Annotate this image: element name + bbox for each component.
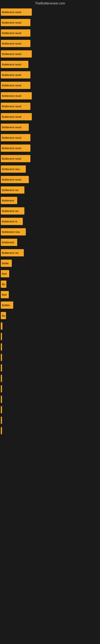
bar-label: Bottleneck res <box>2 251 18 254</box>
result-bar: Bottleneck <box>1 239 17 246</box>
bar-row <box>0 342 100 352</box>
bar-label: Bottleneck re <box>2 220 17 223</box>
bar-row <box>0 404 100 415</box>
result-bar: Bottleneck resu <box>1 166 26 173</box>
result-bar: Bottleneck result <box>1 71 30 78</box>
bar-label: Bottleneck result <box>2 11 21 14</box>
bar-row: Bottleneck <box>0 195 100 206</box>
bar-label: Bo <box>2 314 5 317</box>
result-bar <box>1 406 2 413</box>
result-bar: Bott <box>1 270 9 277</box>
bar-row <box>0 426 100 436</box>
bar-label: Bottleneck result <box>2 84 21 87</box>
bar-row: Bottleneck result <box>0 122 100 132</box>
bar-row: Bo <box>0 310 100 321</box>
result-bar: Bottleneck result <box>1 30 30 37</box>
result-bar: Bottleneck result <box>1 134 30 141</box>
result-bar <box>1 396 2 403</box>
bar-row: Bottleneck result <box>0 70 100 80</box>
bar-row: Bottleneck <box>0 237 100 248</box>
result-bar: Bo <box>1 312 6 319</box>
bar-label: Bottleneck resu <box>2 168 20 171</box>
bar-label: Bottleneck result <box>2 147 21 150</box>
bar-label: Bottleneck result <box>2 63 21 66</box>
bar-label: Bottleneck result <box>2 136 21 139</box>
bar-row: Bottleneck result <box>0 90 100 101</box>
bar-label: Bottleneck result <box>2 52 21 56</box>
result-bar: Bottleneck result <box>1 176 29 183</box>
bar-label: Bottleneck result <box>2 105 21 108</box>
bar-row: Bottleneck res <box>0 185 100 195</box>
bar-row: Bottle <box>0 258 100 268</box>
bar-row <box>0 384 100 394</box>
bar-label: Bottleneck result <box>2 42 21 45</box>
bar-row: Bottleneck result <box>0 153 100 164</box>
bar-label: Bottleneck result <box>2 32 21 34</box>
result-bar: Bottleneck result <box>1 61 28 68</box>
bar-row <box>0 321 100 331</box>
result-bar: Bottleneck res <box>1 207 24 214</box>
bar-row: Bottleneck res <box>0 206 100 216</box>
bar-label: Bottleneck res <box>2 210 18 212</box>
bar-row: Bottleneck result <box>0 7 100 17</box>
result-bar <box>1 343 2 350</box>
bar-row: Bott <box>0 268 100 279</box>
result-bar: Bottleneck result <box>1 82 30 89</box>
result-bar <box>1 333 2 340</box>
result-bar <box>1 427 2 434</box>
result-bar: Bottlen <box>1 302 13 309</box>
result-bar: Bottleneck result <box>1 50 32 58</box>
bar-row: Bottleneck result <box>0 17 100 28</box>
bar-label: Bottleneck result <box>2 94 21 98</box>
bar-label: Bott <box>2 293 7 296</box>
bar-row: Bottleneck resu <box>0 226 100 237</box>
bar-row: Bottleneck result <box>0 38 100 49</box>
site-title: TheBottlenecker.com <box>0 0 100 7</box>
result-bar <box>1 375 2 382</box>
bar-label: Bottleneck result <box>2 126 21 129</box>
bar-row: Bottleneck result <box>0 132 100 143</box>
result-bar: Bottleneck result <box>1 144 30 152</box>
result-bar <box>1 322 2 330</box>
bar-row: Bottleneck result <box>0 59 100 70</box>
bar-label: Bottleneck result <box>2 115 21 118</box>
bar-row: Bottleneck resu <box>0 164 100 174</box>
result-bar: Bottleneck re <box>1 218 23 225</box>
result-bar: Bottle <box>1 260 12 267</box>
bar-row: Bottleneck result <box>0 80 100 90</box>
bar-row: Bo <box>0 279 100 290</box>
bar-row: Bottleneck result <box>0 174 100 185</box>
bar-row <box>0 331 100 342</box>
bar-row: Bottleneck result <box>0 112 100 122</box>
bar-label: Bottleneck result <box>2 178 21 181</box>
result-bar: Bottleneck <box>1 197 17 204</box>
bar-row: Bottleneck result <box>0 28 100 38</box>
result-bar: Bottleneck result <box>1 103 30 110</box>
result-bar <box>1 385 2 392</box>
bar-label: Bottleneck resu <box>2 230 20 234</box>
bar-row: Bottleneck res <box>0 248 100 258</box>
result-bar: Bottleneck result <box>1 155 30 162</box>
bar-row: Bott <box>0 290 100 300</box>
result-bar: Bottleneck result <box>1 113 32 120</box>
result-bar: Bottleneck result <box>1 40 30 47</box>
bar-row: Bottlen <box>0 300 100 310</box>
result-bar: Bottleneck result <box>1 8 32 16</box>
bar-label: Bottleneck result <box>2 74 21 76</box>
result-bar <box>1 416 2 424</box>
bar-row: Bottleneck re <box>0 216 100 226</box>
bar-row: Bottleneck result <box>0 101 100 112</box>
bar-label: Bottle <box>2 262 9 265</box>
bar-label: Bottleneck <box>2 241 14 244</box>
bar-row: Bottleneck result <box>0 49 100 59</box>
bar-row: Bottleneck result <box>0 143 100 153</box>
result-bar: Bottleneck res <box>1 249 24 256</box>
bar-label: Bottleneck res <box>2 188 18 192</box>
bar-label: Bottleneck <box>2 199 14 202</box>
result-bar: Bottleneck result <box>1 19 30 26</box>
bar-label: Bott <box>2 272 7 275</box>
bar-row <box>0 363 100 373</box>
result-bar: Bottleneck result <box>1 124 29 131</box>
bar-row <box>0 352 100 363</box>
result-bar: Bottleneck res <box>1 186 24 194</box>
